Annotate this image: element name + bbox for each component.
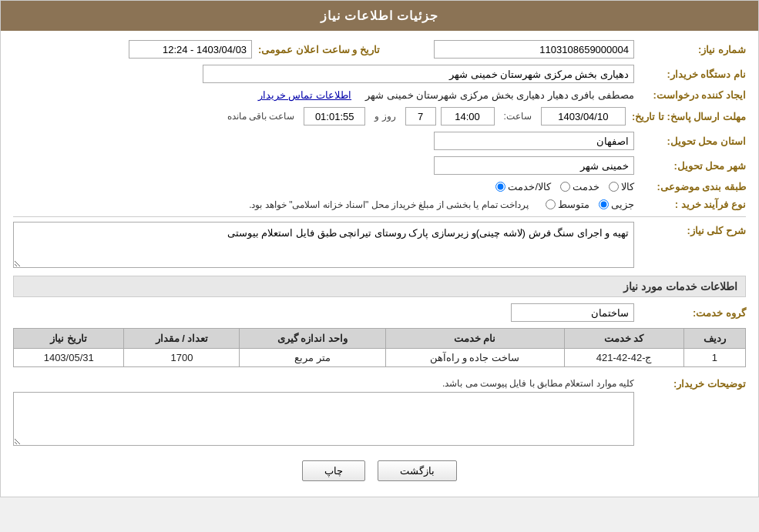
category-value-cell: کالا خدمت کالا/خدمت (13, 181, 634, 192)
buyer-org-label: نام دستگاه خریدار: (634, 69, 746, 80)
category-goods-radio[interactable] (609, 182, 619, 192)
col-service-name: نام خدمت (385, 329, 564, 349)
province-value-cell (13, 132, 634, 150)
contact-info-link[interactable]: اطلاعات تماس خریدار (258, 89, 351, 101)
city-input[interactable] (434, 156, 634, 175)
purchase-type-row: نوع فرآیند خرید : جزیی متوسط پرداخت تمام… (13, 199, 746, 210)
announcement-date-label: تاریخ و ساعت اعلان عمومی: (252, 44, 380, 55)
buyer-notes-text: کلیه موارد استعلام مطابق با فایل پیوست م… (13, 375, 634, 392)
need-description-row: شرح کلی نیاز: (13, 222, 746, 268)
creator-value-cell: مصطفی بافری دهیار دهیاری بخش مرکزی شهرست… (13, 89, 634, 101)
table-cell-date: 1403/05/31 (14, 349, 124, 367)
category-service-radio[interactable] (560, 182, 570, 192)
need-number-row: شماره نیاز: تاریخ و ساعت اعلان عمومی: (13, 40, 746, 59)
creator-label: ایجاد کننده درخواست: (634, 89, 746, 101)
reply-days-label: روز و (374, 111, 395, 122)
category-goods-service-radio[interactable] (495, 182, 505, 192)
reply-countdown-label: ساعت باقی مانده (227, 111, 295, 122)
need-number-label: شماره نیاز: (634, 44, 746, 55)
need-number-input[interactable] (434, 40, 634, 59)
purchase-type-medium-item: متوسط (546, 199, 589, 210)
need-number-value-cell (395, 40, 634, 59)
col-unit: واحد اندازه گیری (240, 329, 385, 349)
province-label: استان محل تحویل: (634, 136, 746, 147)
category-row: طبقه بندی موضوعی: کالا خدمت کالا/خدمت (13, 181, 746, 192)
reply-deadline-value-cell: ساعت: روز و ساعت باقی مانده (13, 107, 626, 125)
back-button[interactable]: بازگشت (378, 460, 457, 481)
city-row: شهر محل تحویل: (13, 156, 746, 175)
purchase-type-partial-radio[interactable] (599, 199, 609, 209)
purchase-type-partial-label: جزیی (611, 199, 634, 210)
buttons-row: بازگشت چاپ (13, 460, 746, 481)
reply-date-input[interactable] (541, 107, 626, 125)
buyer-org-row: نام دستگاه خریدار: (13, 65, 746, 83)
need-description-value-cell (13, 222, 634, 268)
service-group-input[interactable] (511, 303, 634, 322)
reply-time-label: ساعت: (504, 111, 532, 122)
content-area: شماره نیاز: تاریخ و ساعت اعلان عمومی: نا… (1, 31, 758, 497)
announcement-date-input[interactable] (129, 40, 252, 59)
col-date: تاریخ نیاز (14, 329, 124, 349)
table-cell-row_num: 1 (683, 349, 745, 367)
province-input[interactable] (434, 132, 634, 150)
table-cell-quantity: 1700 (124, 349, 240, 367)
category-goods-service-label: کالا/خدمت (508, 181, 551, 192)
col-quantity: تعداد / مقدار (124, 329, 240, 349)
creator-value: مصطفی بافری دهیار دهیاری بخش مرکزی شهرست… (365, 89, 634, 101)
city-label: شهر محل تحویل: (634, 160, 746, 172)
page-title: جزئیات اطلاعات نیاز (321, 9, 439, 22)
province-row: استان محل تحویل: (13, 132, 746, 150)
buyer-notes-section: توضیحات خریدار: کلیه موارد استعلام مطابق… (13, 375, 746, 448)
page-header: جزئیات اطلاعات نیاز (1, 1, 758, 31)
buyer-org-value-cell (13, 65, 634, 83)
buyer-notes-label: توضیحات خریدار: (634, 375, 746, 390)
service-group-value-cell (13, 303, 634, 322)
table-header-row: ردیف کد خدمت نام خدمت واحد اندازه گیری ت… (14, 329, 746, 349)
purchase-type-medium-radio[interactable] (546, 199, 556, 209)
category-goods-service-item: کالا/خدمت (495, 181, 551, 192)
need-description-label: شرح کلی نیاز: (634, 222, 746, 236)
print-button[interactable]: چاپ (302, 460, 365, 481)
buyer-notes-textarea[interactable] (13, 392, 634, 446)
category-goods-label: کالا (621, 181, 634, 192)
table-row: 1ج-42-42-421ساخت جاده و راه‌آهنمتر مربع1… (14, 349, 746, 367)
creator-row: ایجاد کننده درخواست: مصطفی بافری دهیار د… (13, 89, 746, 101)
category-radio-group: کالا خدمت کالا/خدمت (495, 181, 634, 192)
reply-days-input[interactable] (405, 107, 436, 125)
date-time-group: ساعت: روز و ساعت باقی مانده (223, 107, 626, 125)
col-service-code: کد خدمت (564, 329, 683, 349)
service-group-row: گروه خدمت: (13, 303, 746, 322)
reply-deadline-row: مهلت ارسال پاسخ: تا تاریخ: ساعت: روز و س… (13, 107, 746, 125)
service-group-label: گروه خدمت: (634, 307, 746, 319)
divider-1 (13, 216, 746, 217)
reply-countdown-input[interactable] (304, 107, 365, 125)
services-table: ردیف کد خدمت نام خدمت واحد اندازه گیری ت… (13, 328, 746, 367)
need-description-textarea[interactable] (13, 222, 634, 268)
category-service-label: خدمت (573, 181, 599, 192)
buyer-org-input[interactable] (203, 65, 634, 83)
main-container: جزئیات اطلاعات نیاز شماره نیاز: تاریخ و … (0, 0, 759, 497)
purchase-type-radio-group: جزیی متوسط پرداخت تمام یا بخشی از مبلغ خ… (249, 199, 634, 210)
table-cell-unit: متر مربع (240, 349, 385, 367)
buyer-notes-container: کلیه موارد استعلام مطابق با فایل پیوست م… (13, 375, 634, 448)
purchase-type-label: نوع فرآیند خرید : (634, 199, 746, 210)
services-section-header: اطلاعات خدمات مورد نیاز (13, 276, 746, 297)
category-service-item: خدمت (560, 181, 599, 192)
col-row-num: ردیف (683, 329, 745, 349)
city-value-cell (13, 156, 634, 175)
category-goods-item: کالا (609, 181, 634, 192)
purchase-type-value-cell: جزیی متوسط پرداخت تمام یا بخشی از مبلغ خ… (13, 199, 634, 210)
category-label: طبقه بندی موضوعی: (634, 181, 746, 192)
table-cell-service_name: ساخت جاده و راه‌آهن (385, 349, 564, 367)
services-tbody: 1ج-42-42-421ساخت جاده و راه‌آهنمتر مربع1… (14, 349, 746, 367)
purchase-type-partial-item: جزیی (599, 199, 634, 210)
reply-time-input[interactable] (441, 107, 495, 125)
table-cell-service_code: ج-42-42-421 (564, 349, 683, 367)
reply-deadline-label: مهلت ارسال پاسخ: تا تاریخ: (626, 111, 746, 122)
announcement-date-value-cell (13, 40, 252, 59)
purchase-type-note: پرداخت تمام یا بخشی از مبلغ خریداز محل "… (249, 199, 529, 210)
purchase-type-medium-label: متوسط (558, 199, 589, 210)
